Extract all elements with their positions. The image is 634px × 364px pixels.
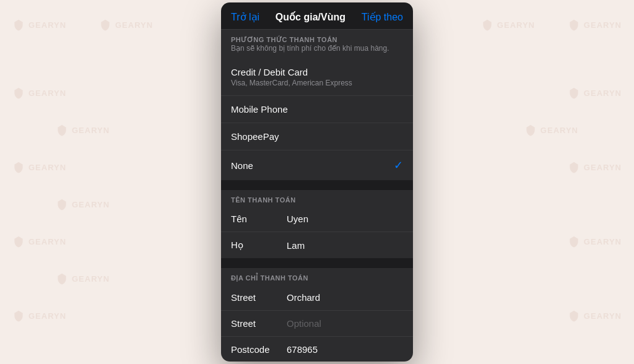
first-name-row[interactable]: Tên Uyen bbox=[221, 206, 413, 232]
street2-row[interactable]: Street Optional bbox=[221, 311, 413, 337]
selected-checkmark: ✓ bbox=[394, 158, 403, 172]
street1-row[interactable]: Street Orchard bbox=[221, 285, 413, 311]
payment-option-credit-card[interactable]: Credit / Debit Card Visa, MasterCard, Am… bbox=[221, 59, 413, 96]
payment-option-shopeepay[interactable]: ShopeePay bbox=[221, 123, 413, 150]
payment-section-title: PHƯƠNG THỨC THANH TOÁN bbox=[231, 36, 403, 44]
header: Trở lại Quốc gia/Vùng Tiếp theo bbox=[221, 2, 413, 30]
payment-section-subtitle: Bạn sẽ không bị tính phí cho đến khi mua… bbox=[231, 44, 403, 56]
street2-placeholder[interactable]: Optional bbox=[287, 318, 321, 329]
phone-panel: Trở lại Quốc gia/Vùng Tiếp theo PHƯƠNG T… bbox=[221, 2, 413, 362]
credit-card-label: Credit / Debit Card bbox=[231, 67, 352, 77]
divider-2 bbox=[221, 258, 413, 263]
first-name-label: Tên bbox=[231, 214, 287, 224]
divider-1 bbox=[221, 180, 413, 185]
payment-method-section-header: PHƯƠNG THỨC THANH TOÁN Bạn sẽ không bị t… bbox=[221, 30, 413, 59]
street2-label: Street bbox=[231, 318, 287, 329]
first-name-value[interactable]: Uyen bbox=[287, 214, 308, 224]
payment-option-mobile-phone[interactable]: Mobile Phone bbox=[221, 96, 413, 123]
credit-card-sub: Visa, MasterCard, American Express bbox=[231, 79, 352, 87]
back-button[interactable]: Trở lại bbox=[231, 11, 259, 23]
postcode-value[interactable]: 678965 bbox=[287, 344, 318, 355]
payment-option-none[interactable]: None ✓ bbox=[221, 150, 413, 180]
last-name-row[interactable]: Họ Lam bbox=[221, 232, 413, 258]
postcode-row[interactable]: Postcode 678965 bbox=[221, 337, 413, 362]
billing-address-title: ĐỊA CHỈ THANH TOÁN bbox=[231, 274, 403, 282]
postcode-label: Postcode bbox=[231, 344, 287, 355]
street1-value[interactable]: Orchard bbox=[287, 292, 320, 303]
page-title: Quốc gia/Vùng bbox=[276, 11, 345, 23]
mobile-phone-label: Mobile Phone bbox=[231, 104, 288, 115]
none-label: None bbox=[231, 160, 253, 171]
billing-name-title: TÊN THANH TOÁN bbox=[231, 196, 403, 204]
last-name-label: Họ bbox=[231, 240, 287, 251]
billing-name-section: TÊN THANH TOÁN Tên Uyen Họ Lam bbox=[221, 190, 413, 258]
billing-address-section: ĐỊA CHỈ THANH TOÁN Street Orchard Street… bbox=[221, 268, 413, 362]
last-name-value[interactable]: Lam bbox=[287, 240, 305, 251]
street1-label: Street bbox=[231, 292, 287, 303]
next-button[interactable]: Tiếp theo bbox=[362, 11, 403, 23]
payment-options-list: Credit / Debit Card Visa, MasterCard, Am… bbox=[221, 59, 413, 180]
shopeepay-label: ShopeePay bbox=[231, 131, 279, 142]
